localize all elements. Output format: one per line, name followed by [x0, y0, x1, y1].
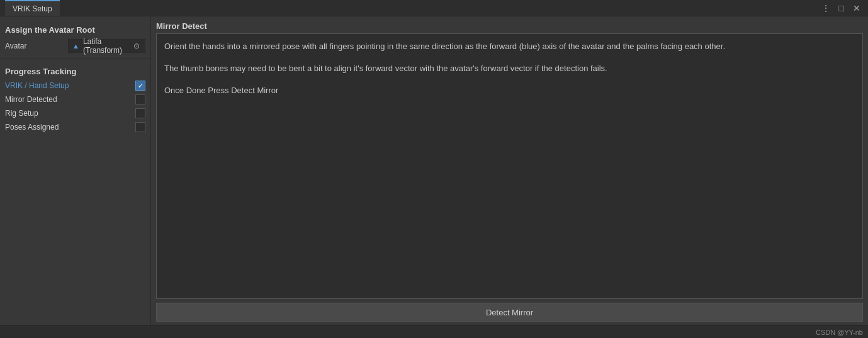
assign-section-header: Assign the Avatar Root: [0, 21, 150, 37]
progress-checkbox-vrik[interactable]: ✓: [135, 81, 145, 91]
avatar-transform-icon: ▲: [72, 42, 79, 50]
progress-checkbox-poses[interactable]: [135, 122, 145, 132]
description-line-2: The thumb bones may need to be bent a bi…: [164, 62, 855, 76]
window-title: VRIK Setup: [13, 4, 52, 13]
close-button[interactable]: ✕: [850, 3, 863, 14]
avatar-value-text: Latifa (Transform): [83, 37, 128, 55]
progress-section-header: Progress Tracking: [0, 63, 150, 79]
title-bar-controls: ⋮ □ ✕: [819, 3, 863, 14]
checkmark-icon: ✓: [138, 82, 144, 89]
progress-checkbox-mirror[interactable]: [135, 94, 145, 104]
description-line-1: Orient the hands into a mirrored pose wi…: [164, 40, 855, 54]
close-icon: ✕: [853, 4, 860, 13]
mirror-description-box: Orient the hands into a mirrored pose wi…: [156, 33, 863, 299]
progress-label-mirror: Mirror Detected: [5, 95, 135, 104]
progress-row-mirror: Mirror Detected: [0, 93, 150, 106]
progress-checkbox-rig[interactable]: [135, 108, 145, 118]
menu-button[interactable]: ⋮: [819, 3, 833, 14]
avatar-target-button[interactable]: ⊙: [132, 42, 141, 50]
detect-mirror-label: Detect Mirror: [486, 308, 533, 317]
avatar-label: Avatar: [5, 42, 68, 50]
content-area: Assign the Avatar Root Avatar ▲ Latifa (…: [0, 16, 868, 325]
progress-row-poses: Poses Assigned: [0, 120, 150, 134]
menu-icon: ⋮: [821, 4, 830, 13]
divider-1: [0, 59, 150, 59]
progress-label-poses: Poses Assigned: [5, 123, 135, 132]
footer-credit: CSDN @YY-nb: [816, 329, 863, 336]
footer: CSDN @YY-nb: [0, 325, 868, 338]
mirror-section-header: Mirror Detect: [151, 16, 868, 33]
maximize-icon: □: [839, 4, 844, 13]
progress-label-rig: Rig Setup: [5, 109, 135, 118]
right-panel: Mirror Detect Orient the hands into a mi…: [151, 16, 868, 325]
progress-label-vrik: VRIK / Hand Setup: [5, 81, 135, 90]
maximize-button[interactable]: □: [837, 3, 847, 14]
left-panel: Assign the Avatar Root Avatar ▲ Latifa (…: [0, 16, 151, 325]
description-line-3: Once Done Press Detect Mirror: [164, 84, 855, 98]
title-bar: VRIK Setup ⋮ □ ✕: [0, 0, 868, 16]
avatar-value-field[interactable]: ▲ Latifa (Transform) ⊙: [68, 39, 145, 53]
main-window: VRIK Setup ⋮ □ ✕ Assign the Avatar Root …: [0, 0, 868, 338]
detect-mirror-button[interactable]: Detect Mirror: [156, 303, 863, 322]
avatar-field-row: Avatar ▲ Latifa (Transform) ⊙: [0, 37, 150, 55]
title-tab: VRIK Setup: [5, 0, 60, 16]
progress-row-rig: Rig Setup: [0, 106, 150, 120]
progress-row-vrik: VRIK / Hand Setup ✓: [0, 79, 150, 93]
